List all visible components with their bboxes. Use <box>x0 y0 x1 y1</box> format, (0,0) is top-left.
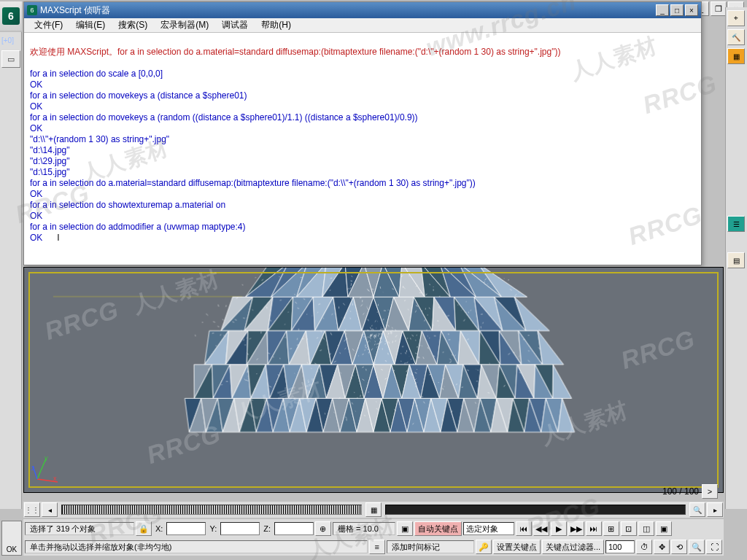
coord-z-label: Z: <box>261 524 273 533</box>
axis-gizmo: x y z <box>31 456 61 485</box>
app-logo: 6 <box>0 1 22 31</box>
listener-line: OK <box>30 189 42 199</box>
key-filter-button[interactable]: 关键点过滤器... <box>542 540 604 554</box>
coord-y-label: Y: <box>207 524 219 533</box>
menu-file[interactable]: 文件(F) <box>28 18 69 33</box>
isolate-icon[interactable]: ▣ <box>397 521 413 536</box>
selection-count: 选择了 319 个对象 <box>25 522 134 535</box>
timeline-zoom-icon[interactable]: 🔍 <box>689 502 705 517</box>
script-button-icon[interactable]: ≡ <box>369 540 385 554</box>
frame-indicator: 100 / 100 <box>662 486 699 497</box>
listener-line: "d:\14.jpg" <box>30 145 70 155</box>
listener-line: for a in selection do movekeys a (random… <box>30 112 418 122</box>
listener-line: "d:\15.jpg" <box>30 167 70 177</box>
listener-menubar: 文件(F) 编辑(E) 搜索(S) 宏录制器(M) 调试器 帮助(H) <box>24 18 701 33</box>
viewport-label: [+0] <box>0 32 21 49</box>
coord-x-label: X: <box>153 524 165 533</box>
render-setup-icon[interactable]: ☰ <box>727 216 745 232</box>
listener-line: for a in selection do addmodifier a (uvw… <box>30 222 245 232</box>
timeline-track-dark[interactable] <box>385 505 686 515</box>
listener-line: for a in selection do a.material=standar… <box>30 178 476 188</box>
tool-select[interactable]: ▭ <box>1 50 20 68</box>
axis-x-label: x <box>53 475 57 482</box>
timeline-prev-icon[interactable]: ◂ <box>42 502 58 517</box>
timeline-track[interactable] <box>61 505 362 515</box>
menu-help[interactable]: 帮助(H) <box>255 18 297 33</box>
listener-title: MAXScript 侦听器 <box>40 4 656 17</box>
axis-z-label: z <box>31 464 35 472</box>
menu-debug[interactable]: 调试器 <box>216 18 254 33</box>
play-icon[interactable]: ▶ <box>551 521 567 536</box>
transform-mode-icon[interactable]: ⊕ <box>315 521 331 536</box>
time-tag[interactable]: 添加时间标记 <box>387 540 474 553</box>
coord-x-field[interactable] <box>166 522 206 535</box>
prompt-text: 单击并拖动以选择并缩放对象(非均匀地) <box>25 540 368 553</box>
command-panel-tab[interactable]: ▦ <box>727 48 745 64</box>
current-frame-field[interactable]: 100 <box>605 540 635 553</box>
play-start-icon[interactable]: ⏮ <box>516 521 532 536</box>
svg-line-1 <box>37 459 46 479</box>
status-bar-upper: 选择了 319 个对象 🔒 X: Y: Z: ⊕ 栅格 = 10.0 ▣ 自动关… <box>23 519 724 538</box>
vpnav-max-icon[interactable]: ⛶ <box>706 540 722 554</box>
vpnav-pan-icon[interactable]: ✥ <box>654 540 670 554</box>
listener-line: "d:\\"+(random 1 30) as string+".jpg" <box>30 134 169 144</box>
viewport-nav-3-icon[interactable]: ◫ <box>638 521 654 536</box>
key-mode-icon[interactable]: 🔑 <box>476 540 492 554</box>
listener-line: 欢迎使用 MAXScript。for a in selection do a.m… <box>30 47 560 57</box>
vpnav-zoom-icon[interactable]: 🔍 <box>689 540 705 554</box>
right-toolbar: ⌖ 🔨 ▦ ☰ ▤ <box>725 7 747 509</box>
menu-search[interactable]: 搜索(S) <box>112 18 153 33</box>
autokey-button[interactable]: 自动关键点 <box>414 521 462 536</box>
listener-line: OK <box>30 233 42 243</box>
listener-line: OK <box>30 211 42 221</box>
timeline-end-icon[interactable]: ▦ <box>365 502 382 517</box>
lock-selection-icon[interactable]: 🔒 <box>136 521 152 536</box>
listener-line: OK <box>30 101 42 112</box>
play-next-icon[interactable]: ▶▶ <box>568 521 584 536</box>
grid-size: 栅格 = 10.0 <box>333 522 395 535</box>
vpnav-orbit-icon[interactable]: ⟲ <box>671 540 687 554</box>
listener-titlebar[interactable]: 6 MAXScript 侦听器 _ □ × <box>24 2 701 18</box>
viewport-nav-2-icon[interactable]: ⊡ <box>621 521 637 536</box>
viewport-nav-1-icon[interactable]: ⊞ <box>603 521 619 536</box>
timeline: ⋮⋮ ◂ ▦ 🔍 ▸ <box>23 502 724 518</box>
tool-hammer-icon[interactable]: 🔨 <box>727 29 745 45</box>
minimize-button[interactable]: _ <box>656 4 669 16</box>
listener-output[interactable]: 欢迎使用 MAXScript。for a in selection do a.m… <box>24 33 701 265</box>
listener-line: for a in selection do scale a [0,0,0] <box>30 69 163 79</box>
viewport-nav-4-icon[interactable]: ▣ <box>656 521 672 536</box>
listener-line: for a in selection do movekeys a (distan… <box>30 90 247 101</box>
misc-tool-icon[interactable]: ▤ <box>727 252 745 268</box>
play-prev-icon[interactable]: ◀◀ <box>533 521 549 536</box>
coord-y-field[interactable] <box>220 522 260 535</box>
key-target-dropdown[interactable]: 选定对象 <box>463 522 514 535</box>
menu-macro[interactable]: 宏录制器(M) <box>155 18 214 33</box>
left-toolbar: [+0] ▭ <box>0 32 22 509</box>
listener-line: for a in selection do showtexturemap a.m… <box>30 200 225 210</box>
coord-z-field[interactable] <box>274 522 314 535</box>
snap-toggle[interactable]: ⌖ <box>727 10 745 26</box>
listener-line: OK <box>30 79 42 90</box>
max-logo-icon: 6 <box>2 7 20 25</box>
maximize-button[interactable]: □ <box>670 4 684 16</box>
frame-scroll-right[interactable]: > <box>702 484 718 499</box>
perspective-viewport[interactable]: x y z <box>23 267 724 493</box>
axis-y-label: y <box>44 454 48 462</box>
time-config-icon[interactable]: ⏱ <box>636 540 652 554</box>
setkey-button[interactable]: 设置关键点 <box>493 540 541 554</box>
timeline-next-icon[interactable]: ▸ <box>707 502 723 517</box>
menu-edit[interactable]: 编辑(E) <box>70 18 111 33</box>
mini-listener-ok[interactable]: OK <box>1 521 22 556</box>
parent-restore-button[interactable]: ❐ <box>711 1 727 16</box>
timeline-config-icon[interactable]: ⋮⋮ <box>24 502 40 517</box>
close-button[interactable]: × <box>685 4 698 16</box>
play-end-icon[interactable]: ⏭ <box>586 521 602 536</box>
viewport-canvas[interactable] <box>24 268 723 492</box>
listener-line: OK <box>30 123 42 133</box>
listener-icon: 6 <box>27 5 37 15</box>
maxscript-listener-window: 6 MAXScript 侦听器 _ □ × 文件(F) 编辑(E) 搜索(S) … <box>23 1 702 265</box>
listener-line: "d:\29.jpg" <box>30 156 70 166</box>
status-bar-lower: 单击并拖动以选择并缩放对象(非均匀地) ≡ 添加时间标记 🔑 设置关键点 关键点… <box>23 538 724 556</box>
